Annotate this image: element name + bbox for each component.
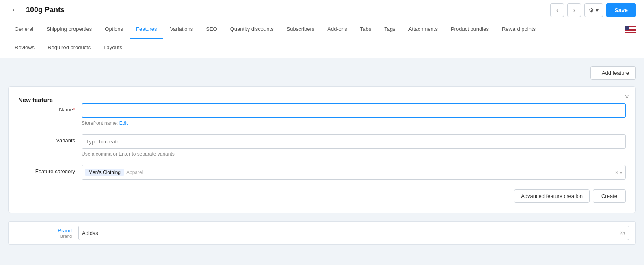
tab-reviews[interactable]: Reviews xyxy=(8,39,41,57)
variants-input[interactable] xyxy=(82,134,626,149)
brand-label-wrap: Brand Brand xyxy=(15,228,72,239)
brand-select[interactable]: Adidas × ▾ xyxy=(78,226,629,240)
gear-dropdown-icon: ▾ xyxy=(596,7,599,13)
brand-arrow-icon[interactable]: ▾ xyxy=(623,231,625,235)
tab-tabs[interactable]: Tabs xyxy=(354,20,378,39)
storefront-hint: Storefront name: Edit xyxy=(82,120,626,126)
save-button[interactable]: Save xyxy=(606,3,636,17)
top-bar-left: ← 100g Pants xyxy=(8,4,65,16)
brand-row: Brand Brand Adidas × ▾ xyxy=(8,221,636,245)
tabs-first-row: GeneralShipping propertiesOptionsFeature… xyxy=(8,20,542,39)
nav-prev-button[interactable]: ‹ xyxy=(550,3,564,17)
flag-icon xyxy=(625,26,636,33)
category-clear-icon[interactable]: × xyxy=(615,169,618,176)
tab-shipping[interactable]: Shipping properties xyxy=(40,20,98,39)
svg-rect-5 xyxy=(625,33,636,33)
tabs-container: GeneralShipping propertiesOptionsFeature… xyxy=(0,20,644,58)
main-content: + Add feature New feature × Name* Storef… xyxy=(0,58,644,261)
category-tag: Men's Clothing xyxy=(85,169,124,176)
category-arrow-icon[interactable]: ▾ xyxy=(620,170,622,175)
name-field-wrap: Storefront name: Edit xyxy=(82,103,626,126)
variants-hint: Use a comma or Enter to separate variant… xyxy=(82,151,626,157)
top-bar-right: ‹ › ⚙ ▾ Save xyxy=(550,3,636,17)
tab-rewards[interactable]: Reward points xyxy=(495,20,542,39)
close-panel-button[interactable]: × xyxy=(625,93,629,100)
svg-rect-4 xyxy=(625,31,636,32)
add-feature-button[interactable]: + Add feature xyxy=(590,66,636,80)
variants-field-wrap: Use a comma or Enter to separate variant… xyxy=(82,134,626,157)
create-button[interactable]: Create xyxy=(593,189,626,203)
category-label: Feature category xyxy=(18,165,75,174)
variants-form-row: Variants Use a comma or Enter to separat… xyxy=(18,134,626,157)
variants-label: Variants xyxy=(18,134,75,143)
brand-clear-icon[interactable]: × xyxy=(620,230,623,236)
category-sub: Apparel xyxy=(126,169,143,175)
tab-bundles[interactable]: Product bundles xyxy=(444,20,495,39)
page-title: 100g Pants xyxy=(26,6,65,14)
tab-general[interactable]: General xyxy=(8,20,40,39)
settings-button[interactable]: ⚙ ▾ xyxy=(584,3,603,17)
tab-attachments[interactable]: Attachments xyxy=(402,20,444,39)
top-bar: ← 100g Pants ‹ › ⚙ ▾ Save xyxy=(0,0,644,20)
tab-quantity[interactable]: Quantity discounts xyxy=(224,20,280,39)
new-feature-panel: New feature × Name* Storefront name: Edi… xyxy=(8,86,636,213)
tab-seo[interactable]: SEO xyxy=(199,20,223,39)
tab-variations[interactable]: Variations xyxy=(163,20,199,39)
brand-value: Adidas xyxy=(82,230,620,236)
back-button[interactable]: ← xyxy=(8,4,22,16)
svg-rect-6 xyxy=(625,26,629,30)
tab-required[interactable]: Required products xyxy=(41,39,97,57)
panel-footer: Advanced feature creation Create xyxy=(18,189,626,203)
nav-next-button[interactable]: › xyxy=(567,3,581,17)
category-select[interactable]: Men's Clothing Apparel × ▾ xyxy=(82,165,626,180)
required-mark: * xyxy=(73,106,75,113)
advanced-feature-creation-button[interactable]: Advanced feature creation xyxy=(514,189,590,203)
tab-options[interactable]: Options xyxy=(98,20,130,39)
name-form-row: Name* Storefront name: Edit xyxy=(18,103,626,126)
tab-tags[interactable]: Tags xyxy=(378,20,402,39)
brand-sub-label: Brand xyxy=(60,234,72,239)
brand-link[interactable]: Brand xyxy=(58,228,72,234)
tab-layouts[interactable]: Layouts xyxy=(97,39,129,57)
tab-subscribers[interactable]: Subscribers xyxy=(280,20,321,39)
tabs-second-row: ReviewsRequired productsLayouts xyxy=(8,39,636,58)
name-label: Name* xyxy=(18,103,75,113)
panel-title: New feature xyxy=(18,96,53,103)
category-form-row: Feature category Men's Clothing Apparel … xyxy=(18,165,626,180)
name-input[interactable] xyxy=(82,103,626,118)
gear-icon: ⚙ xyxy=(589,7,594,13)
tab-features[interactable]: Features xyxy=(130,20,163,39)
storefront-edit-link[interactable]: Edit xyxy=(119,120,128,126)
select-controls: × ▾ xyxy=(615,169,622,176)
tab-addons[interactable]: Add-ons xyxy=(321,20,353,39)
tabs-first-row-wrap: GeneralShipping propertiesOptionsFeature… xyxy=(8,20,636,39)
add-feature-row: + Add feature xyxy=(8,66,636,80)
category-field-wrap: Men's Clothing Apparel × ▾ xyxy=(82,165,626,180)
